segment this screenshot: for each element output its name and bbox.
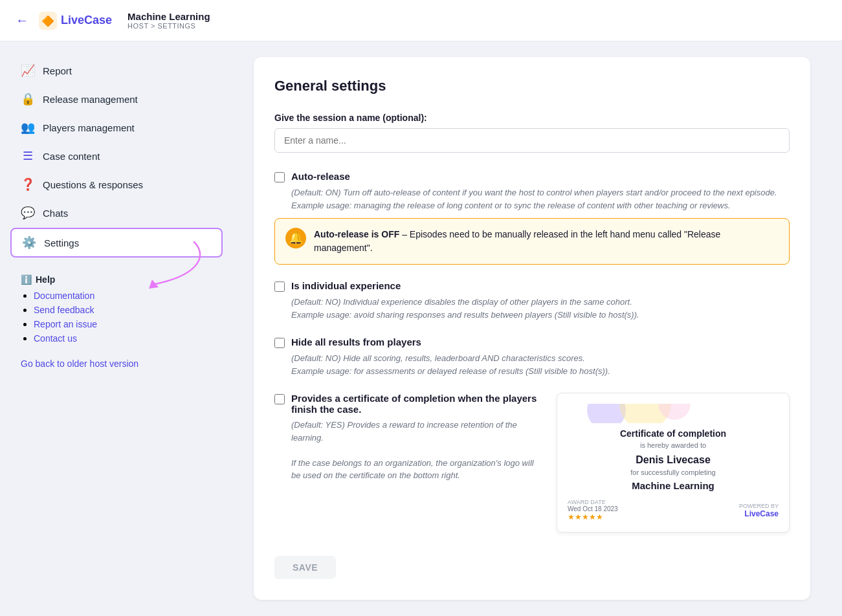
page-title: Machine Learning — [127, 11, 210, 22]
sidebar-item-questions-responses[interactable]: ❓ Questions & responses — [10, 171, 223, 198]
sidebar-item-settings[interactable]: ⚙️ Settings — [10, 228, 223, 258]
individual-experience-desc: (Default: NO) Individual experience disa… — [291, 296, 790, 321]
older-version-link[interactable]: Go back to older host version — [10, 358, 223, 369]
sidebar-item-questions-label: Questions & responses — [43, 179, 143, 190]
help-link-report-issue[interactable]: Report an issue — [34, 318, 212, 330]
sidebar-item-release-label: Release management — [43, 94, 138, 105]
individual-experience-group: Is individual experience (Default: NO) I… — [274, 280, 790, 321]
main-content: General settings Give the session a name… — [233, 41, 842, 616]
cert-logo-text: LiveCase — [744, 509, 779, 518]
help-link-contact-us[interactable]: Contact us — [34, 333, 212, 344]
cert-decor — [568, 404, 779, 423]
certificate-checkbox[interactable] — [274, 394, 285, 404]
certificate-text-col: Provides a certificate of completion whe… — [274, 393, 541, 482]
auto-release-checkbox[interactable] — [274, 172, 285, 182]
logo-area: 🔶 LiveCase — [39, 12, 112, 30]
help-link-documentation[interactable]: Documentation — [34, 290, 212, 302]
certificate-group: Provides a certificate of completion whe… — [274, 393, 790, 533]
session-name-group: Give the session a name (optional): — [274, 113, 790, 153]
sidebar-item-players-label: Players management — [43, 122, 135, 133]
chat-icon: 💬 — [21, 206, 35, 220]
cert-date-value: Wed Oct 18 2023 — [568, 505, 618, 512]
hide-results-label[interactable]: Hide all results from players — [274, 336, 790, 348]
sidebar-item-chats-label: Chats — [43, 208, 68, 219]
certificate-row: Provides a certificate of completion whe… — [274, 393, 790, 533]
help-section: ℹ️ Help Documentation Send feedback Repo… — [10, 274, 223, 347]
auto-release-alert: 🔔 Auto-release is OFF – Episodes need to… — [274, 218, 790, 265]
cert-name: Denis Livecase — [568, 454, 779, 466]
certificate-title: Provides a certificate of completion whe… — [291, 393, 541, 415]
certificate-preview: Certificate of completion is hereby awar… — [557, 393, 790, 533]
bell-icon: 🔔 — [285, 228, 306, 248]
cert-for-completing: for successfully completing — [568, 468, 779, 476]
auto-release-desc: (Default: ON) Turn off auto-release of c… — [291, 186, 790, 212]
report-icon: 📈 — [21, 63, 35, 78]
cert-date-area: AWARD DATE Wed Oct 18 2023 ★★★★★ — [568, 499, 618, 522]
sidebar-item-case-label: Case content — [43, 151, 100, 162]
cert-logo-area: POWERED BY LiveCase — [739, 503, 779, 518]
save-button[interactable]: SAVE — [274, 556, 336, 579]
list-icon: ☰ — [21, 149, 35, 163]
sidebar-item-players-management[interactable]: 👥 Players management — [10, 114, 223, 141]
individual-experience-title: Is individual experience — [291, 280, 401, 291]
breadcrumb: HOST > SETTINGS — [127, 22, 210, 30]
logo-icon: 🔶 — [39, 12, 57, 30]
svg-text:🔶: 🔶 — [41, 15, 54, 27]
help-link-send-feedback[interactable]: Send feedback — [34, 304, 212, 316]
hide-results-title: Hide all results from players — [291, 336, 421, 347]
back-button[interactable]: ← — [16, 13, 28, 28]
header-title-area: Machine Learning HOST > SETTINGS — [127, 11, 210, 30]
help-title: ℹ️ Help — [21, 274, 212, 285]
auto-release-title: Auto-release — [291, 171, 350, 182]
sidebar-item-release-management[interactable]: 🔒 Release management — [10, 85, 223, 113]
lock-icon: 🔒 — [21, 92, 35, 106]
cert-date-label: AWARD DATE — [568, 499, 618, 505]
settings-card: General settings Give the session a name… — [254, 57, 810, 600]
sidebar-item-report-label: Report — [43, 65, 72, 76]
certificate-desc: (Default: YES) Provides a reward to incr… — [291, 419, 541, 482]
hide-results-checkbox[interactable] — [274, 338, 285, 348]
sidebar: 📈 Report 🔒 Release management 👥 Players … — [0, 41, 233, 616]
individual-experience-checkbox[interactable] — [274, 281, 285, 292]
certificate-label[interactable]: Provides a certificate of completion whe… — [274, 393, 541, 415]
alert-message: Auto-release is OFF – Episodes need to b… — [314, 228, 779, 255]
info-icon: ℹ️ — [21, 274, 32, 285]
individual-experience-label[interactable]: Is individual experience — [274, 280, 790, 292]
players-icon: 👥 — [21, 120, 35, 135]
cert-title: Certificate of completion — [568, 428, 779, 439]
help-links: Documentation Send feedback Report an is… — [21, 290, 212, 344]
cert-powered-by: POWERED BY LiveCase — [739, 503, 779, 518]
question-icon: ❓ — [21, 177, 35, 192]
cert-footer: AWARD DATE Wed Oct 18 2023 ★★★★★ POWERED… — [568, 499, 779, 522]
session-name-input[interactable] — [274, 128, 790, 153]
top-header: ← 🔶 LiveCase Machine Learning HOST > SET… — [0, 0, 842, 41]
hide-results-group: Hide all results from players (Default: … — [274, 336, 790, 377]
section-title: General settings — [274, 78, 790, 94]
logo-text: LiveCase — [61, 14, 112, 27]
session-name-label: Give the session a name (optional): — [274, 113, 790, 123]
sidebar-item-chats[interactable]: 💬 Chats — [10, 199, 223, 226]
sidebar-item-settings-label: Settings — [44, 237, 79, 248]
cert-case-name: Machine Learning — [568, 480, 779, 491]
sidebar-item-case-content[interactable]: ☰ Case content — [10, 142, 223, 170]
sidebar-item-report[interactable]: 📈 Report — [10, 57, 223, 84]
cert-awarded-to: is hereby awarded to — [568, 441, 779, 449]
gear-icon: ⚙️ — [22, 236, 36, 250]
auto-release-label[interactable]: Auto-release — [274, 171, 790, 182]
cert-stars: ★★★★★ — [568, 512, 618, 522]
auto-release-group: Auto-release (Default: ON) Turn off auto… — [274, 171, 790, 265]
hide-results-desc: (Default: NO) Hide all scoring, results,… — [291, 352, 790, 377]
